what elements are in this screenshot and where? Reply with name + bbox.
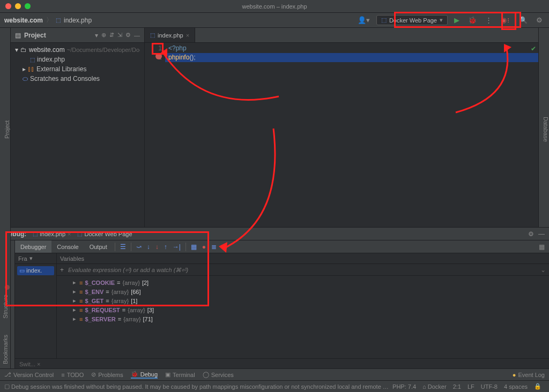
editor-tab-index[interactable]: ⬚ index.php × <box>145 28 195 42</box>
more-actions-icon[interactable]: ⋮ <box>483 15 494 25</box>
editor-area: ⬚ index.php × 1 2 <?php phpinfo(); ✔ <box>145 28 538 227</box>
navigation-bar: website.com 〉 ⬚ index.php 👤▾ ⬚ Docker We… <box>0 13 549 28</box>
minimize-window-icon[interactable] <box>15 3 21 9</box>
variables-panel[interactable]: Variables + ⌄ ▸≡ $_COOKIE = {array} [2]▸… <box>57 253 549 358</box>
vcs-tab[interactable]: ⎇Version Control <box>4 371 54 378</box>
inspection-ok-icon[interactable]: ✔ <box>531 45 536 52</box>
debug-tab-index[interactable]: ⬚ index.php × <box>33 231 71 237</box>
bookmarks-tool-tab[interactable]: Bookmarks <box>2 335 9 364</box>
breakpoint-icon[interactable] <box>155 53 162 59</box>
stop-listening-icon[interactable]: ◉⫶ <box>499 15 513 25</box>
add-watch-icon[interactable]: + <box>60 266 64 274</box>
frames-panel[interactable]: Fra▾ ▭ index. <box>15 253 57 358</box>
docker-status[interactable]: ⌂ Docker <box>419 383 450 390</box>
close-window-icon[interactable] <box>5 3 11 9</box>
project-tree[interactable]: ▾🗀 website.com ~/Documents/Developer/Doc… <box>11 43 144 86</box>
breadcrumb-project[interactable]: website.com <box>4 17 43 24</box>
breadcrumb-file[interactable]: index.php <box>64 17 92 24</box>
php-file-icon: ⬚ <box>150 32 155 38</box>
evaluate-icon[interactable]: ▦ <box>188 243 199 251</box>
layout-icon[interactable]: ▦ <box>539 243 549 251</box>
switcher-label[interactable]: Swit... <box>19 361 35 367</box>
threads-icon[interactable]: ☰ <box>117 243 129 251</box>
bottom-tool-bar: ⎇Version Control ≡TODO ⊘Problems 🐞Debug … <box>0 368 549 380</box>
project-tool-tab[interactable]: Project <box>4 32 10 227</box>
cursor-position[interactable]: 2:1 <box>450 383 464 390</box>
debug-tab[interactable]: 🐞Debug <box>131 371 158 379</box>
variable-row[interactable]: ▸≡ $_REQUEST = {array} [3] <box>61 305 545 314</box>
terminal-tab[interactable]: ▣Terminal <box>165 371 195 378</box>
left-tool-rail[interactable]: Project <box>0 28 11 227</box>
breadcrumb[interactable]: website.com 〉 ⬚ index.php <box>4 16 355 25</box>
output-tab[interactable]: Output <box>84 240 113 253</box>
variable-row[interactable]: ▸≡ $_COOKIE = {array} [2] <box>61 278 545 287</box>
frame-item[interactable]: ▭ index. <box>17 266 54 275</box>
debug-button[interactable]: 🐞 <box>466 15 479 25</box>
editor-gutter[interactable]: 1 2 <box>145 43 165 227</box>
close-icon[interactable]: × <box>68 231 71 237</box>
php-file-icon: ⬚ <box>30 57 35 63</box>
debugger-tab[interactable]: Debugger <box>15 240 51 253</box>
step-out-icon[interactable]: ↑ <box>161 243 170 251</box>
sort-icon[interactable]: ⇅ <box>219 243 230 251</box>
library-icon: ⫿⫿ <box>28 65 34 73</box>
step-into-icon[interactable]: ↓ <box>144 243 153 251</box>
tree-external-libs[interactable]: ▸⫿⫿ External Libraries <box>15 64 140 74</box>
event-log-tab[interactable]: ●Event Log <box>513 372 545 378</box>
frames-header: Fra▾ <box>15 253 56 264</box>
maximize-window-icon[interactable] <box>25 3 31 9</box>
project-panel: ▤ Project ▾ ⊕ ⇵ ⇲ ⚙ — ▾🗀 website.com ~/D… <box>11 28 145 227</box>
project-view-icon: ▤ <box>15 32 21 39</box>
editor-body[interactable]: 1 2 <?php phpinfo(); ✔ <box>145 43 538 227</box>
debug-settings-icon[interactable]: ⚙ <box>528 230 534 238</box>
line-separator[interactable]: LF <box>464 383 478 390</box>
toggle-bp-icon[interactable]: ● <box>199 243 209 251</box>
expand-all-icon[interactable]: ⇵ <box>109 32 114 39</box>
run-button[interactable]: ▶ <box>452 15 462 25</box>
tool-window-toggle-icon[interactable]: ▢ <box>4 383 10 390</box>
problems-tab[interactable]: ⊘Problems <box>91 371 123 378</box>
select-opened-file-icon[interactable]: ⊕ <box>101 32 106 39</box>
tree-root[interactable]: ▾🗀 website.com ~/Documents/Developer/Doc… <box>15 45 140 55</box>
variable-row[interactable]: ▸≡ $_SERVER = {array} [71] <box>61 314 545 323</box>
search-everywhere-icon[interactable]: 🔍 <box>517 15 530 25</box>
services-tab[interactable]: ◯Services <box>203 371 234 378</box>
variable-row[interactable]: ▸≡ $_ENV = {array} [66] <box>61 287 545 296</box>
force-step-into-icon[interactable]: ↓ <box>153 243 161 251</box>
watch-input[interactable] <box>68 267 536 273</box>
console-tab[interactable]: Console <box>51 240 84 253</box>
debug-tab-docker[interactable]: ⬚ Docker Web Page <box>77 231 132 237</box>
step-over-icon[interactable]: ⤻ <box>133 243 144 251</box>
show-frames-icon[interactable]: ≣ <box>209 243 219 251</box>
mute-breakpoints-icon[interactable] <box>5 285 10 290</box>
run-configuration-selector[interactable]: ⬚ Docker Web Page ▾ <box>376 15 448 25</box>
structure-tool-tab[interactable]: Structure <box>2 295 9 319</box>
window-traffic-lights[interactable] <box>5 3 31 9</box>
hide-panel-icon[interactable]: — <box>134 32 140 39</box>
database-tool-tab[interactable]: Database <box>543 32 549 227</box>
panel-settings-icon[interactable]: ⚙ <box>125 32 131 39</box>
run-to-cursor-icon[interactable]: →| <box>170 243 183 251</box>
debug-panel: Debug: ⬚ index.php × ⬚ Docker Web Page ⚙… <box>0 227 549 370</box>
hide-debug-icon[interactable]: — <box>538 230 545 238</box>
code-area[interactable]: <?php phpinfo(); <box>165 43 538 227</box>
encoding[interactable]: UTF-8 <box>478 383 501 390</box>
project-panel-title[interactable]: Project <box>24 32 92 39</box>
todo-tab[interactable]: ≡TODO <box>61 372 84 378</box>
left-tool-windows: Structure Bookmarks <box>0 227 11 370</box>
watch-expression-row[interactable]: + ⌄ <box>57 264 549 276</box>
indent[interactable]: 4 spaces <box>501 383 531 390</box>
tree-file-index[interactable]: ⬚ index.php <box>15 55 140 64</box>
collapse-all-icon[interactable]: ⇲ <box>117 32 122 39</box>
tree-scratches[interactable]: ⬭ Scratches and Consoles <box>15 74 140 84</box>
close-tab-icon[interactable]: × <box>186 32 189 39</box>
watch-history-icon[interactable]: ⌄ <box>540 266 546 274</box>
settings-icon[interactable]: ⚙ <box>534 15 545 25</box>
user-icon[interactable]: 👤▾ <box>355 15 372 25</box>
php-file-icon: ⬚ <box>56 17 61 23</box>
php-version[interactable]: PHP: 7.4 <box>389 383 419 390</box>
status-message[interactable]: Debug session was finished without being… <box>11 383 389 390</box>
variable-row[interactable]: ▸≡ $_GET = {array} [1] <box>61 296 545 305</box>
right-tool-rail[interactable]: Database <box>538 28 549 227</box>
lock-icon[interactable]: 🔒 <box>531 383 545 390</box>
